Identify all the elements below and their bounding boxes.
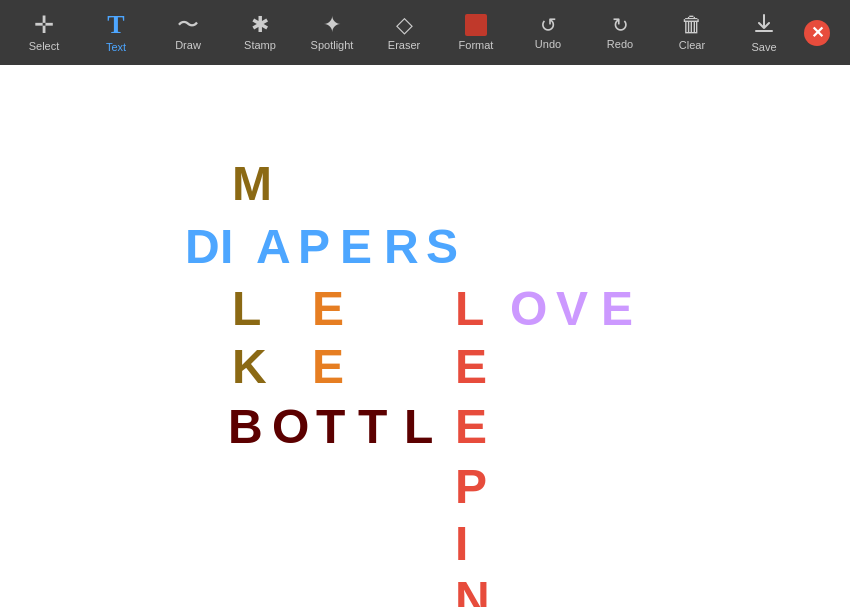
canvas-letter: S <box>426 223 458 271</box>
save-tool[interactable]: Save <box>728 3 800 63</box>
canvas-letter: A <box>256 223 291 271</box>
canvas-letter: L <box>455 285 484 333</box>
canvas-letter: R <box>384 223 419 271</box>
eraser-icon: ◇ <box>396 14 413 36</box>
canvas-letter: M <box>232 160 272 208</box>
clear-label: Clear <box>679 39 705 51</box>
format-label: Format <box>459 39 494 51</box>
canvas-letter: O <box>272 403 309 451</box>
eraser-label: Eraser <box>388 39 420 51</box>
canvas-letter: K <box>232 343 267 391</box>
canvas-letter: P <box>455 463 487 511</box>
canvas-letter: N <box>455 575 490 607</box>
clear-icon: 🗑 <box>681 14 703 36</box>
canvas-letter: E <box>455 343 487 391</box>
canvas-letter: E <box>312 285 344 333</box>
canvas-letter: B <box>228 403 263 451</box>
canvas-letter: V <box>556 285 588 333</box>
draw-label: Draw <box>175 39 201 51</box>
stamp-icon: ✱ <box>251 14 269 36</box>
text-label: Text <box>106 41 126 53</box>
canvas-letter: L <box>404 403 433 451</box>
canvas-letter: T <box>358 403 387 451</box>
format-tool[interactable]: Format <box>440 3 512 63</box>
undo-icon: ↺ <box>540 15 557 35</box>
canvas-letter: O <box>510 285 547 333</box>
spotlight-icon: ✦ <box>323 14 341 36</box>
canvas-letter: L <box>232 285 261 333</box>
stamp-label: Stamp <box>244 39 276 51</box>
canvas-letter: E <box>312 343 344 391</box>
toolbar: ✛ Select T Text 〜 Draw ✱ Stamp ✦ Spotlig… <box>0 0 850 65</box>
canvas-letter: P <box>298 223 330 271</box>
spotlight-tool[interactable]: ✦ Spotlight <box>296 3 368 63</box>
draw-tool[interactable]: 〜 Draw <box>152 3 224 63</box>
stamp-tool[interactable]: ✱ Stamp <box>224 3 296 63</box>
select-label: Select <box>29 40 60 52</box>
close-button[interactable]: ✕ <box>804 20 830 46</box>
select-tool[interactable]: ✛ Select <box>8 3 80 63</box>
redo-label: Redo <box>607 38 633 50</box>
clear-tool[interactable]: 🗑 Clear <box>656 3 728 63</box>
canvas-letter: D <box>185 223 220 271</box>
canvas-letter: I <box>220 223 233 271</box>
undo-tool[interactable]: ↺ Undo <box>512 3 584 63</box>
canvas-letter: E <box>340 223 372 271</box>
eraser-tool[interactable]: ◇ Eraser <box>368 3 440 63</box>
text-icon: T <box>107 12 124 38</box>
undo-label: Undo <box>535 38 561 50</box>
canvas-letter: I <box>455 520 468 568</box>
save-icon <box>753 13 775 38</box>
text-tool[interactable]: T Text <box>80 3 152 63</box>
format-icon <box>465 14 487 36</box>
canvas-letter: T <box>316 403 345 451</box>
select-icon: ✛ <box>34 13 54 37</box>
redo-tool[interactable]: ↻ Redo <box>584 3 656 63</box>
canvas-letter: E <box>455 403 487 451</box>
spotlight-label: Spotlight <box>311 39 354 51</box>
canvas-letter: E <box>601 285 633 333</box>
draw-icon: 〜 <box>177 14 199 36</box>
redo-icon: ↻ <box>612 15 629 35</box>
save-label: Save <box>751 41 776 53</box>
canvas-area[interactable]: MDIAPERSLELOVEKEEBOTTLEPING <box>0 65 850 607</box>
